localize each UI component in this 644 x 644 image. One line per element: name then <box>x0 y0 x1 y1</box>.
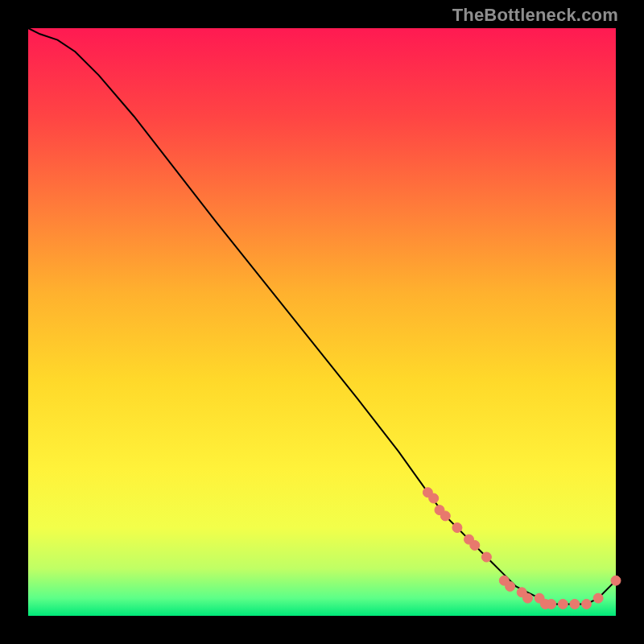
data-marker <box>452 523 462 533</box>
watermark-text: TheBottleneck.com <box>452 5 618 26</box>
marker-cluster <box>423 488 621 609</box>
chart-svg-layer <box>28 28 616 616</box>
data-marker <box>440 511 450 521</box>
data-marker <box>570 599 580 609</box>
data-marker <box>470 540 480 550</box>
data-marker <box>429 493 439 503</box>
data-marker <box>506 582 515 592</box>
data-marker <box>611 576 621 585</box>
data-marker <box>547 599 556 609</box>
data-marker <box>558 599 568 609</box>
data-marker <box>523 593 533 603</box>
bottleneck-curve <box>28 28 616 604</box>
data-marker <box>593 593 603 603</box>
data-marker <box>582 599 592 609</box>
chart-stage: TheBottleneck.com <box>0 0 644 644</box>
data-marker <box>481 552 491 562</box>
